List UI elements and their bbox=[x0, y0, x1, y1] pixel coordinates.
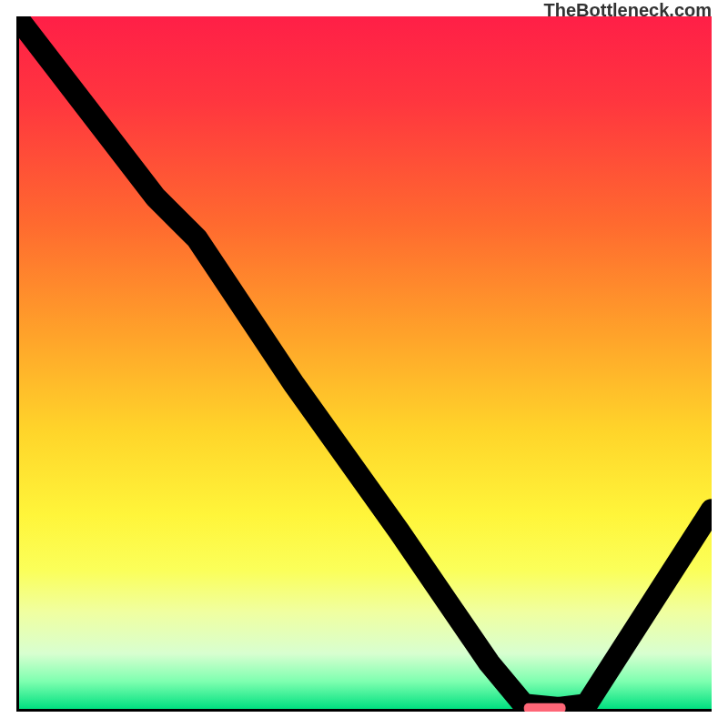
bottleneck-chart: TheBottleneck.com bbox=[0, 0, 728, 728]
watermark-text: TheBottleneck.com bbox=[544, 0, 712, 21]
plot-area bbox=[16, 16, 712, 712]
